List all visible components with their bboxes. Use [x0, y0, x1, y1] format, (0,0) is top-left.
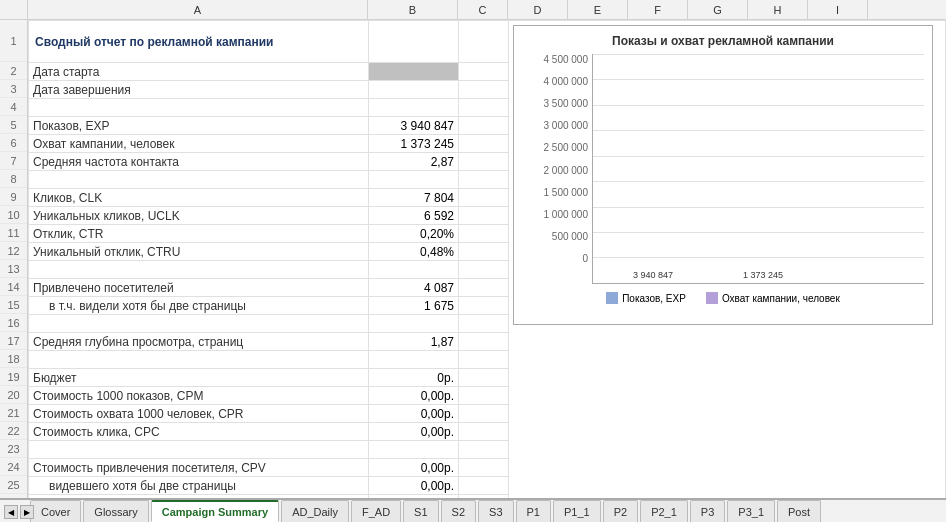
cell-24a	[29, 441, 369, 459]
cell-7a: Охват кампании, человек	[29, 135, 369, 153]
legend-label-1: Показов, EXP	[622, 293, 686, 304]
cell-13b: 0,48%	[369, 243, 459, 261]
legend-color-2	[706, 292, 718, 304]
legend-item-2: Охват кампании, человек	[706, 292, 840, 304]
tab-p2[interactable]: P2	[603, 500, 638, 522]
tab-f-ad[interactable]: F_AD	[351, 500, 401, 522]
cell-19c	[459, 351, 509, 369]
row-num-5: 5	[0, 116, 27, 134]
cell-11b: 6 592	[369, 207, 459, 225]
cell-11c	[459, 207, 509, 225]
cell-12b: 0,20%	[369, 225, 459, 243]
cell-10c	[459, 189, 509, 207]
tab-cover[interactable]: Cover	[30, 500, 81, 522]
col-h-header: H	[748, 0, 808, 19]
cell-16c	[459, 297, 509, 315]
col-d-header: D	[508, 0, 568, 19]
cell-18a: Средняя глубина просмотра, страниц	[29, 333, 369, 351]
tab-p3[interactable]: P3	[690, 500, 725, 522]
gridline-7	[593, 207, 924, 208]
row-num-header	[0, 0, 28, 19]
cell-20b: 0р.	[369, 369, 459, 387]
gridline-9	[593, 257, 924, 258]
cell-20c	[459, 369, 509, 387]
cell-21a: Стоимость 1000 показов, CPM	[29, 387, 369, 405]
cell-7c	[459, 135, 509, 153]
cell-8a: Средняя частота контакта	[29, 153, 369, 171]
tab-glossary[interactable]: Glossary	[83, 500, 148, 522]
cell-3b	[369, 63, 459, 81]
cell-15c	[459, 279, 509, 297]
tab-post[interactable]: Post	[777, 500, 821, 522]
gridline-6	[593, 181, 924, 182]
column-headers: A B C D E F G H I	[0, 0, 946, 20]
title-b-cell	[369, 21, 459, 63]
row-num-12: 12	[0, 242, 27, 260]
tab-ad-daily[interactable]: AD_Daily	[281, 500, 349, 522]
title-c-cell	[459, 21, 509, 63]
cell-11a: Уникальных кликов, UCLK	[29, 207, 369, 225]
tab-nav-right-btn[interactable]: ▶	[20, 505, 34, 519]
chart-title: Показы и охват рекламной кампании	[522, 34, 924, 48]
spreadsheet: A B C D E F G H I 1 2 3 4 5 6 7 8 9 10 1…	[0, 0, 946, 522]
cell-25c	[459, 459, 509, 477]
cell-3a: Дата старта	[29, 63, 369, 81]
cell-5b	[369, 99, 459, 117]
cell-15a: Привлечено посетителей	[29, 279, 369, 297]
cell-18c	[459, 333, 509, 351]
row-num-8: 8	[0, 170, 27, 188]
cell-17c	[459, 315, 509, 333]
cell-6c	[459, 117, 509, 135]
legend-label-2: Охват кампании, человек	[722, 293, 840, 304]
cell-3c	[459, 63, 509, 81]
cell-17b	[369, 315, 459, 333]
tab-s1[interactable]: S1	[403, 500, 438, 522]
row-num-21: 21	[0, 404, 27, 422]
row-num-6: 6	[0, 134, 27, 152]
gridline-5	[593, 156, 924, 157]
cell-24b	[369, 441, 459, 459]
cell-9c	[459, 171, 509, 189]
cell-4c	[459, 81, 509, 99]
bar-value-1: 3 940 847	[633, 270, 673, 280]
cell-23c	[459, 423, 509, 441]
tab-nav-left-btn[interactable]: ◀	[4, 505, 18, 519]
row-num-17: 17	[0, 332, 27, 350]
legend-item-1: Показов, EXP	[606, 292, 686, 304]
title-cell: Сводный отчет по рекламной кампании	[29, 21, 369, 63]
gridline-2	[593, 79, 924, 80]
tab-navigation[interactable]: ◀ ▶	[4, 505, 34, 519]
row-num-18: 18	[0, 350, 27, 368]
row-num-10: 10	[0, 206, 27, 224]
cell-7b: 1 373 245	[369, 135, 459, 153]
cell-24c	[459, 441, 509, 459]
tab-p2-1[interactable]: P2_1	[640, 500, 688, 522]
tab-s2[interactable]: S2	[441, 500, 476, 522]
chart-legend: Показов, EXP Охват кампании, человек	[522, 292, 924, 304]
cell-22b: 0,00р.	[369, 405, 459, 423]
cell-25b: 0,00р.	[369, 459, 459, 477]
col-e-header: E	[568, 0, 628, 19]
cell-6b: 3 940 847	[369, 117, 459, 135]
tab-p1-1[interactable]: P1_1	[553, 500, 601, 522]
cell-18b: 1,87	[369, 333, 459, 351]
row-num-11: 11	[0, 224, 27, 242]
cell-20a: Бюджет	[29, 369, 369, 387]
cell-9a	[29, 171, 369, 189]
row-num-3: 3	[0, 80, 27, 98]
row-num-7: 7	[0, 152, 27, 170]
row-num-9: 9	[0, 188, 27, 206]
chart-container: Показы и охват рекламной кампании 4 500 …	[513, 25, 933, 325]
cell-10b: 7 804	[369, 189, 459, 207]
tab-campaign-summary[interactable]: Campaign Summary	[151, 500, 279, 522]
cell-22c	[459, 405, 509, 423]
cell-12a: Отклик, CTR	[29, 225, 369, 243]
tab-p1[interactable]: P1	[516, 500, 551, 522]
tab-s3[interactable]: S3	[478, 500, 513, 522]
col-g-header: G	[688, 0, 748, 19]
cell-14a	[29, 261, 369, 279]
bar-group: 3 940 847 1 373 245	[593, 54, 924, 283]
gridline-3	[593, 105, 924, 106]
row-num-15: 15	[0, 296, 27, 314]
tab-p3-1[interactable]: P3_1	[727, 500, 775, 522]
